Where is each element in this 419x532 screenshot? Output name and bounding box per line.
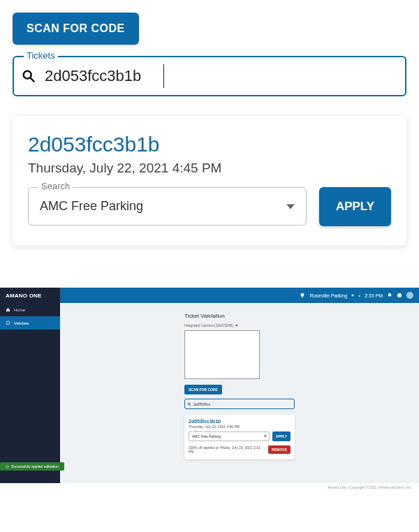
ticket-card: 2d053fcc3b1b Thursday, July 22, 2021 4:4… [13, 116, 406, 246]
text-caret [163, 64, 164, 88]
location-icon [300, 293, 305, 298]
chevron-down-icon [351, 295, 354, 297]
ticket-date: Thursday, July 22, 2021 4:45 PM [189, 424, 291, 429]
svg-point-4 [188, 403, 190, 405]
app-screenshot: AMANO ONE Roseville Parking • 2:33 PM Ho… [0, 288, 419, 494]
svg-point-2 [397, 293, 402, 297]
sidebar-item-label: Validate [14, 321, 29, 325]
validation-search-select[interactable]: Search AMC Free Parking [189, 431, 270, 441]
avatar[interactable] [406, 292, 413, 299]
applied-validation-text: 100% off applied on Friday, July 23, 202… [189, 445, 265, 454]
check-icon [6, 465, 9, 468]
apply-button[interactable]: APPLY [319, 187, 391, 226]
main-content: Ticket Validation Integrated Camera (13d… [60, 303, 419, 483]
camera-preview [184, 330, 260, 379]
validate-icon [6, 320, 10, 325]
tickets-input[interactable] [45, 67, 395, 85]
chevron-down-icon [286, 204, 295, 209]
search-icon [21, 68, 36, 84]
search-legend: Search [192, 429, 204, 433]
app-footer: Amano One | Copyright © 2021 | Amano McG… [0, 483, 419, 494]
panel-title: Ticket Validation [184, 313, 295, 319]
sidebar: Home Validate [0, 303, 60, 483]
ticket-id: 2d053fcc3b1b [189, 419, 291, 424]
tickets-fieldset[interactable]: Tickets [13, 56, 406, 96]
scan-for-code-button[interactable]: SCAN FOR CODE [13, 13, 139, 45]
success-toast: Successfully applied validation [0, 462, 64, 471]
svg-line-1 [31, 78, 35, 82]
app-brand: AMANO ONE [0, 288, 60, 303]
bell-icon[interactable] [387, 293, 392, 298]
ticket-date: Thursday, July 22, 2021 4:45 PM [28, 161, 391, 176]
search-selected-value: AMC Free Parking [192, 434, 221, 438]
app-topbar: AMANO ONE Roseville Parking • 2:33 PM [0, 288, 419, 303]
scan-for-code-button[interactable]: SCAN FOR CODE [184, 385, 222, 394]
location-name[interactable]: Roseville Parking [309, 293, 347, 298]
tickets-input-wrapper[interactable]: 2d053fcc [184, 399, 295, 409]
ticket-card: 2d053fcc3b1b Thursday, July 22, 2021 4:4… [184, 415, 295, 459]
tickets-legend: Tickets [24, 50, 58, 61]
search-legend: Search [38, 181, 73, 191]
remove-button[interactable]: REMOVE [268, 445, 291, 454]
camera-select[interactable]: Integrated Camera (13d3:5248) [184, 323, 295, 327]
ticket-id: 2d053fcc3b1b [28, 133, 391, 156]
svg-line-5 [190, 404, 191, 406]
sidebar-item-validate[interactable]: Validate [0, 316, 60, 330]
chevron-down-icon [235, 325, 238, 327]
svg-point-3 [6, 321, 10, 325]
apply-button[interactable]: APPLY [272, 431, 291, 441]
help-icon[interactable] [397, 293, 402, 298]
sidebar-item-label: Home [14, 308, 25, 312]
search-selected-value: AMC Free Parking [40, 199, 143, 213]
validation-panel: Ticket Validation Integrated Camera (13d… [184, 313, 295, 459]
topbar-time: 2:33 PM [365, 293, 383, 298]
home-icon [6, 307, 10, 312]
chevron-down-icon [264, 436, 267, 438]
svg-point-0 [24, 71, 31, 79]
tickets-input-value: 2d053fcc [193, 402, 210, 406]
sidebar-item-home[interactable]: Home [0, 303, 60, 316]
search-icon [187, 402, 191, 406]
validation-search-select[interactable]: Search AMC Free Parking [28, 187, 307, 226]
